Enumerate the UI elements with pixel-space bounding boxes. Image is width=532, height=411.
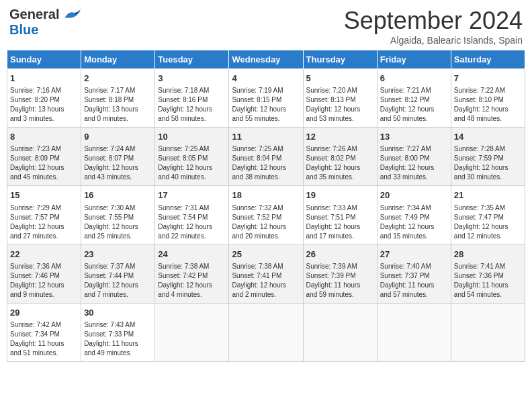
calendar-cell: 29Sunrise: 7:42 AMSunset: 7:34 PMDayligh…: [7, 303, 81, 361]
day-number: 2: [84, 73, 152, 85]
day-number: 18: [232, 189, 300, 201]
calendar-cell: 26Sunrise: 7:39 AMSunset: 7:39 PMDayligh…: [303, 244, 377, 303]
calendar-cell: 25Sunrise: 7:38 AMSunset: 7:41 PMDayligh…: [229, 244, 303, 303]
day-info: Sunrise: 7:22 AMSunset: 8:10 PMDaylight:…: [454, 86, 522, 124]
day-number: 27: [380, 248, 448, 261]
calendar-week-row: 29Sunrise: 7:42 AMSunset: 7:34 PMDayligh…: [7, 303, 525, 361]
calendar-cell: 4Sunrise: 7:19 AMSunset: 8:15 PMDaylight…: [229, 69, 303, 128]
calendar-cell: 18Sunrise: 7:32 AMSunset: 7:52 PMDayligh…: [229, 186, 303, 244]
day-info: Sunrise: 7:30 AMSunset: 7:55 PMDaylight:…: [84, 203, 152, 241]
weekday-header-friday: Friday: [377, 50, 451, 69]
day-number: 13: [380, 131, 448, 143]
day-info: Sunrise: 7:27 AMSunset: 8:00 PMDaylight:…: [380, 144, 448, 182]
calendar-cell: 21Sunrise: 7:35 AMSunset: 7:47 PMDayligh…: [451, 186, 525, 244]
calendar-week-row: 8Sunrise: 7:23 AMSunset: 8:09 PMDaylight…: [7, 128, 525, 186]
logo-general-text: General: [9, 7, 59, 22]
calendar-cell: 3Sunrise: 7:18 AMSunset: 8:16 PMDaylight…: [155, 69, 229, 128]
calendar-cell: 28Sunrise: 7:41 AMSunset: 7:36 PMDayligh…: [451, 244, 525, 303]
day-number: 5: [306, 73, 374, 85]
calendar-cell: [377, 303, 451, 361]
calendar-cell: 19Sunrise: 7:33 AMSunset: 7:51 PMDayligh…: [303, 186, 377, 244]
calendar-week-row: 22Sunrise: 7:36 AMSunset: 7:46 PMDayligh…: [7, 244, 525, 303]
day-info: Sunrise: 7:38 AMSunset: 7:41 PMDaylight:…: [232, 262, 300, 300]
day-number: 6: [380, 73, 448, 85]
calendar-cell: 14Sunrise: 7:28 AMSunset: 7:59 PMDayligh…: [451, 128, 525, 186]
day-number: 3: [158, 73, 226, 85]
weekday-header-saturday: Saturday: [451, 50, 525, 69]
weekday-header-sunday: Sunday: [7, 50, 81, 69]
day-info: Sunrise: 7:23 AMSunset: 8:09 PMDaylight:…: [10, 144, 78, 182]
weekday-header-row: SundayMondayTuesdayWednesdayThursdayFrid…: [7, 50, 525, 69]
day-info: Sunrise: 7:33 AMSunset: 7:51 PMDaylight:…: [306, 203, 374, 241]
day-info: Sunrise: 7:18 AMSunset: 8:16 PMDaylight:…: [158, 86, 226, 124]
day-number: 4: [232, 73, 300, 85]
day-number: 12: [306, 131, 374, 143]
title-section: September 2024 Algaida, Balearic Islands…: [344, 7, 523, 46]
calendar-cell: 10Sunrise: 7:25 AMSunset: 8:05 PMDayligh…: [155, 128, 229, 186]
calendar-cell: 8Sunrise: 7:23 AMSunset: 8:09 PMDaylight…: [7, 128, 81, 186]
day-number: 8: [10, 131, 78, 143]
day-number: 30: [84, 307, 152, 319]
day-info: Sunrise: 7:25 AMSunset: 8:04 PMDaylight:…: [232, 144, 300, 182]
day-info: Sunrise: 7:21 AMSunset: 8:12 PMDaylight:…: [380, 86, 448, 124]
day-number: 10: [158, 131, 226, 143]
day-info: Sunrise: 7:43 AMSunset: 7:33 PMDaylight:…: [84, 320, 152, 358]
calendar-week-row: 1Sunrise: 7:16 AMSunset: 8:20 PMDaylight…: [7, 69, 525, 128]
day-number: 25: [232, 248, 300, 261]
calendar-cell: 13Sunrise: 7:27 AMSunset: 8:00 PMDayligh…: [377, 128, 451, 186]
weekday-header-tuesday: Tuesday: [155, 50, 229, 69]
calendar-cell: [303, 303, 377, 361]
calendar-cell: 6Sunrise: 7:21 AMSunset: 8:12 PMDaylight…: [377, 69, 451, 128]
calendar-cell: 27Sunrise: 7:40 AMSunset: 7:37 PMDayligh…: [377, 244, 451, 303]
logo: General Blue: [9, 7, 82, 38]
calendar-table: SundayMondayTuesdayWednesdayThursdayFrid…: [7, 50, 525, 362]
location-title: Algaida, Balearic Islands, Spain: [344, 35, 523, 46]
calendar-cell: 2Sunrise: 7:17 AMSunset: 8:18 PMDaylight…: [81, 69, 155, 128]
day-info: Sunrise: 7:41 AMSunset: 7:36 PMDaylight:…: [454, 262, 522, 300]
calendar-cell: 16Sunrise: 7:30 AMSunset: 7:55 PMDayligh…: [81, 186, 155, 244]
calendar-cell: 24Sunrise: 7:38 AMSunset: 7:42 PMDayligh…: [155, 244, 229, 303]
bird-icon: [62, 8, 82, 21]
calendar-cell: 11Sunrise: 7:25 AMSunset: 8:04 PMDayligh…: [229, 128, 303, 186]
day-info: Sunrise: 7:26 AMSunset: 8:02 PMDaylight:…: [306, 144, 374, 182]
day-number: 26: [306, 248, 374, 261]
day-number: 9: [84, 131, 152, 143]
day-info: Sunrise: 7:32 AMSunset: 7:52 PMDaylight:…: [232, 203, 300, 241]
calendar-cell: 20Sunrise: 7:34 AMSunset: 7:49 PMDayligh…: [377, 186, 451, 244]
calendar-cell: 7Sunrise: 7:22 AMSunset: 8:10 PMDaylight…: [451, 69, 525, 128]
day-number: 11: [232, 131, 300, 143]
calendar-cell: [451, 303, 525, 361]
day-info: Sunrise: 7:28 AMSunset: 7:59 PMDaylight:…: [454, 144, 522, 182]
day-info: Sunrise: 7:31 AMSunset: 7:54 PMDaylight:…: [158, 203, 226, 241]
calendar-cell: 15Sunrise: 7:29 AMSunset: 7:57 PMDayligh…: [7, 186, 81, 244]
day-number: 16: [84, 189, 152, 201]
day-info: Sunrise: 7:42 AMSunset: 7:34 PMDaylight:…: [10, 320, 78, 358]
day-info: Sunrise: 7:40 AMSunset: 7:37 PMDaylight:…: [380, 262, 448, 300]
month-title: September 2024: [344, 7, 523, 35]
day-info: Sunrise: 7:24 AMSunset: 8:07 PMDaylight:…: [84, 144, 152, 182]
day-number: 20: [380, 189, 448, 201]
day-info: Sunrise: 7:20 AMSunset: 8:13 PMDaylight:…: [306, 86, 374, 124]
day-number: 7: [454, 73, 522, 85]
day-info: Sunrise: 7:37 AMSunset: 7:44 PMDaylight:…: [84, 262, 152, 300]
calendar-cell: [155, 303, 229, 361]
calendar-cell: 12Sunrise: 7:26 AMSunset: 8:02 PMDayligh…: [303, 128, 377, 186]
day-info: Sunrise: 7:17 AMSunset: 8:18 PMDaylight:…: [84, 86, 152, 124]
day-number: 28: [454, 248, 522, 261]
calendar-week-row: 15Sunrise: 7:29 AMSunset: 7:57 PMDayligh…: [7, 186, 525, 244]
day-number: 22: [10, 248, 78, 261]
day-info: Sunrise: 7:25 AMSunset: 8:05 PMDaylight:…: [158, 144, 226, 182]
weekday-header-monday: Monday: [81, 50, 155, 69]
calendar-cell: 5Sunrise: 7:20 AMSunset: 8:13 PMDaylight…: [303, 69, 377, 128]
calendar-cell: 30Sunrise: 7:43 AMSunset: 7:33 PMDayligh…: [81, 303, 155, 361]
calendar-cell: 17Sunrise: 7:31 AMSunset: 7:54 PMDayligh…: [155, 186, 229, 244]
day-number: 14: [454, 131, 522, 143]
day-info: Sunrise: 7:39 AMSunset: 7:39 PMDaylight:…: [306, 262, 374, 300]
day-number: 1: [10, 73, 78, 85]
day-info: Sunrise: 7:19 AMSunset: 8:15 PMDaylight:…: [232, 86, 300, 124]
logo-blue-text: Blue: [9, 22, 38, 38]
weekday-header-thursday: Thursday: [303, 50, 377, 69]
day-number: 24: [158, 248, 226, 261]
day-info: Sunrise: 7:36 AMSunset: 7:46 PMDaylight:…: [10, 262, 78, 300]
calendar-cell: 1Sunrise: 7:16 AMSunset: 8:20 PMDaylight…: [7, 69, 81, 128]
